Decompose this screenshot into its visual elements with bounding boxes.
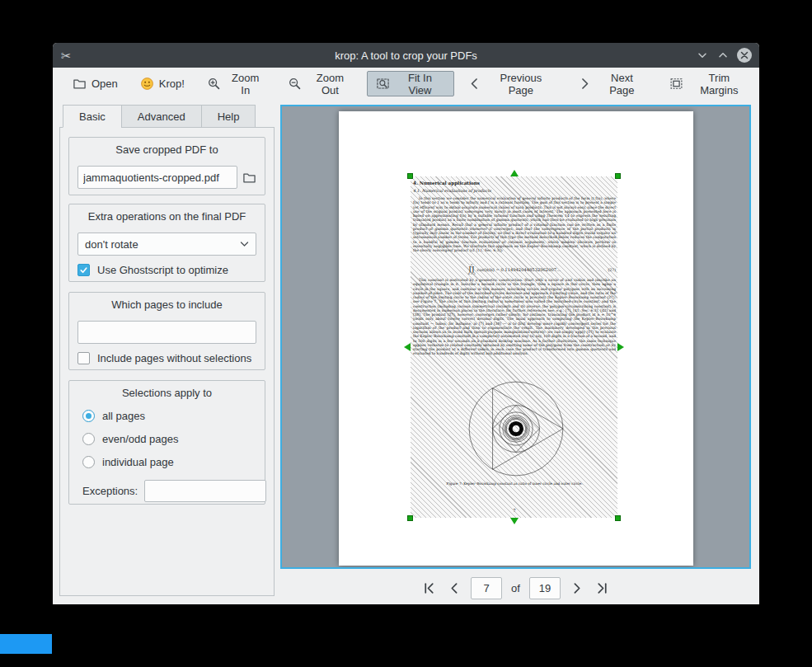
toolbar: Open Krop! Zoom In Zoom Out Fit In View … bbox=[53, 68, 759, 100]
tabbar: Basic Advanced Help bbox=[63, 105, 256, 128]
next-page-nav-button[interactable] bbox=[568, 580, 586, 598]
include-pages-label: Include pages without selections bbox=[97, 352, 251, 364]
close-icon bbox=[740, 51, 749, 59]
tab-advanced-label: Advanced bbox=[138, 110, 185, 123]
selection-handle-top-right[interactable] bbox=[615, 173, 621, 179]
radio-row-all-pages: all pages bbox=[82, 410, 265, 422]
selection-handle-bottom-left[interactable] bbox=[407, 515, 413, 521]
selections-group: Selections apply to all pages even/odd p… bbox=[68, 380, 265, 505]
individual-page-label: individual page bbox=[102, 456, 174, 468]
radio-row-individual: individual page bbox=[82, 456, 265, 468]
include-pages-checkbox[interactable] bbox=[77, 352, 90, 364]
window-title: krop: A tool to crop your PDFs bbox=[53, 49, 759, 62]
tab-help[interactable]: Help bbox=[201, 105, 256, 128]
check-icon bbox=[79, 265, 88, 275]
selection-handle-right-middle[interactable] bbox=[617, 343, 624, 351]
first-page-icon bbox=[422, 581, 436, 595]
zoom-in-icon bbox=[207, 77, 221, 91]
zoom-out-button[interactable]: Zoom Out bbox=[279, 71, 364, 96]
radio-row-even-odd: even/odd pages bbox=[82, 433, 265, 445]
even-odd-radio[interactable] bbox=[82, 433, 95, 445]
last-page-icon bbox=[595, 581, 609, 595]
close-button[interactable] bbox=[737, 48, 752, 63]
krop-window: ✂ krop: A tool to crop your PDFs Open Kr… bbox=[53, 43, 759, 604]
save-group: Save cropped PDF to bbox=[68, 137, 265, 195]
chevron-right-icon bbox=[570, 581, 584, 595]
open-label: Open bbox=[92, 78, 118, 90]
rotate-dropdown[interactable]: don't rotate bbox=[77, 233, 256, 256]
desktop: ✂ krop: A tool to crop your PDFs Open Kr… bbox=[0, 0, 812, 667]
selection-handle-top-middle[interactable] bbox=[510, 170, 519, 176]
zoom-in-button[interactable]: Zoom In bbox=[198, 71, 275, 96]
filename-input[interactable] bbox=[77, 166, 237, 189]
chevron-right-icon bbox=[578, 77, 592, 91]
next-page-button[interactable]: Next Page bbox=[569, 71, 656, 96]
selections-group-title: Selections apply to bbox=[69, 387, 265, 399]
tab-basic-label: Basic bbox=[79, 110, 106, 123]
zoom-out-icon bbox=[288, 77, 302, 91]
chevron-down-icon bbox=[240, 241, 249, 247]
crop-selection[interactable] bbox=[411, 176, 617, 518]
pdf-view: 4. Numerical applications 4.1. Numerical… bbox=[280, 105, 751, 569]
previous-page-label: Previous Page bbox=[486, 72, 556, 96]
exceptions-label: Exceptions: bbox=[82, 485, 138, 497]
pages-input[interactable] bbox=[77, 321, 256, 344]
total-pages-input[interactable] bbox=[529, 577, 561, 599]
smiley-icon bbox=[140, 77, 154, 91]
individual-page-radio[interactable] bbox=[82, 456, 95, 468]
window-controls bbox=[696, 43, 752, 68]
of-label: of bbox=[509, 582, 522, 594]
open-button[interactable]: Open bbox=[63, 71, 127, 96]
zoom-out-label: Zoom Out bbox=[307, 72, 354, 96]
taskbar-fragment bbox=[0, 634, 52, 654]
extra-operations-group: Extra operations on the final PDF don't … bbox=[68, 204, 265, 282]
chevron-left-icon bbox=[448, 581, 462, 595]
krop-button[interactable]: Krop! bbox=[131, 71, 194, 96]
zoom-in-label: Zoom In bbox=[226, 72, 265, 96]
all-pages-label: all pages bbox=[102, 410, 145, 422]
trim-margins-label: Trim Margins bbox=[688, 72, 750, 96]
current-page-input[interactable] bbox=[471, 577, 502, 599]
last-page-button[interactable] bbox=[594, 580, 612, 598]
fit-in-view-button[interactable]: Fit In View bbox=[367, 71, 453, 96]
maximize-icon[interactable] bbox=[716, 49, 730, 62]
selection-handle-top-left[interactable] bbox=[407, 173, 413, 179]
tab-help-label: Help bbox=[218, 110, 240, 123]
folder-open-icon bbox=[73, 77, 87, 91]
previous-page-nav-button[interactable] bbox=[445, 580, 463, 598]
basic-tab-panel: Save cropped PDF to Extra operations on … bbox=[59, 127, 275, 596]
extra-group-title: Extra operations on the final PDF bbox=[69, 210, 265, 223]
ghostscript-label: Use Ghostscript to optimize bbox=[97, 264, 228, 276]
all-pages-radio[interactable] bbox=[82, 410, 95, 422]
chevron-left-icon bbox=[467, 77, 481, 91]
pages-group-title: Which pages to include bbox=[69, 298, 265, 311]
titlebar[interactable]: ✂ krop: A tool to crop your PDFs bbox=[53, 43, 759, 68]
rotate-dropdown-value: don't rotate bbox=[85, 238, 240, 251]
page-navigation: of bbox=[280, 576, 751, 600]
minimize-icon[interactable] bbox=[696, 49, 709, 62]
save-group-title: Save cropped PDF to bbox=[69, 143, 265, 156]
selection-handle-bottom-middle[interactable] bbox=[510, 518, 519, 524]
krop-label: Krop! bbox=[159, 78, 185, 90]
scissors-app-icon: ✂ bbox=[61, 49, 72, 62]
trim-margins-icon bbox=[669, 77, 683, 91]
even-odd-label: even/odd pages bbox=[102, 433, 179, 445]
tab-advanced[interactable]: Advanced bbox=[121, 105, 201, 128]
previous-page-button[interactable]: Previous Page bbox=[458, 71, 565, 96]
browse-button[interactable] bbox=[241, 167, 258, 187]
folder-icon bbox=[242, 171, 256, 185]
fit-in-view-icon bbox=[376, 77, 390, 91]
pages-group: Which pages to include Include pages wit… bbox=[68, 292, 265, 370]
fit-in-view-label: Fit In View bbox=[395, 72, 444, 96]
ghostscript-checkbox[interactable] bbox=[77, 264, 90, 276]
exceptions-input[interactable] bbox=[144, 480, 266, 502]
selection-handle-bottom-right[interactable] bbox=[615, 515, 621, 521]
trim-margins-button[interactable]: Trim Margins bbox=[660, 71, 759, 96]
first-page-button[interactable] bbox=[420, 580, 438, 598]
selection-handle-left-middle[interactable] bbox=[404, 343, 411, 351]
pdf-page[interactable]: 4. Numerical applications 4.1. Numerical… bbox=[339, 111, 693, 566]
next-page-label: Next Page bbox=[597, 72, 647, 96]
tab-basic[interactable]: Basic bbox=[63, 105, 121, 128]
